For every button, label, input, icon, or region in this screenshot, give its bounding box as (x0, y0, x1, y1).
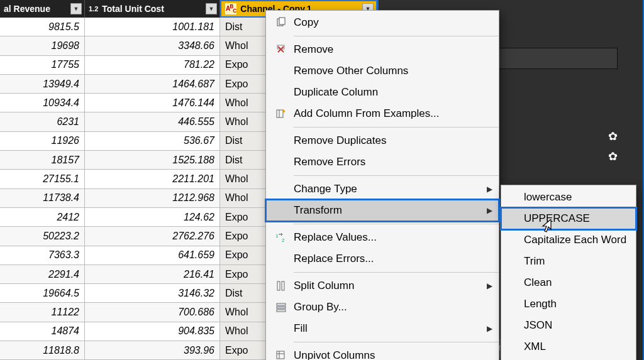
menu-item-unpivot-columns[interactable]: Unpivot Columns (266, 345, 499, 360)
cell-rev: 18157 (0, 151, 85, 169)
svg-rect-1 (279, 18, 285, 25)
cell-rev: 11738.4 (0, 189, 85, 207)
submenu-item-uppercase[interactable]: UPPERCASE (501, 208, 636, 229)
cell-cost: 641.659 (85, 246, 220, 265)
submenu-item-xml[interactable]: XML (501, 336, 636, 357)
cell-cost: 1476.144 (85, 94, 220, 112)
cell-rev: 27155.1 (0, 170, 85, 188)
separator (294, 272, 499, 273)
menu-item-label: Copy (290, 16, 492, 29)
dropdown-icon[interactable]: ▼ (206, 3, 217, 14)
submenu-item-trim[interactable]: Trim (501, 251, 636, 272)
cell-rev: 11122 (0, 303, 85, 321)
cell-rev: 7363.3 (0, 246, 85, 265)
cell-rev: 50223.2 (0, 227, 85, 245)
svg-rect-14 (277, 351, 284, 359)
menu-item-copy[interactable]: Copy (266, 12, 499, 33)
cell-cost: 1001.181 (85, 18, 220, 36)
cell-rev: 10934.4 (0, 94, 85, 112)
cell-rev: 11926 (0, 132, 85, 150)
menu-item-label: Split Column (290, 280, 487, 292)
copy-icon (272, 17, 290, 28)
menu-item-split-column[interactable]: Split Column▶ (266, 275, 499, 297)
gear-icon[interactable]: ✿ (608, 150, 618, 163)
menu-item-duplicate-column[interactable]: Duplicate Column (266, 82, 499, 103)
menu-item-label: Unpivot Columns (290, 349, 492, 360)
add-column-icon (272, 108, 290, 119)
cell-rev: 19698 (0, 36, 85, 55)
cell-cost: 781.22 (85, 56, 220, 74)
cell-cost: 216.41 (85, 265, 220, 283)
svg-rect-13 (277, 310, 286, 312)
menu-item-transform[interactable]: Transform▶ (266, 200, 499, 221)
submenu-item-label: lowercase (520, 191, 630, 204)
menu-item-label: Transform (290, 204, 487, 217)
cell-cost: 1212.968 (85, 189, 220, 207)
menu-item-label: Fill (290, 322, 487, 335)
menu-item-label: Replace Values... (290, 231, 492, 244)
cell-cost: 904.835 (85, 322, 220, 341)
menu-item-label: Add Column From Examples... (290, 107, 492, 120)
submenu-item-label: Clean (520, 276, 630, 289)
cell-rev: 2291.4 (0, 265, 85, 283)
gear-icon[interactable]: ✿ (608, 129, 618, 143)
menu-item-label: Remove Duplicates (290, 134, 492, 147)
menu-item-remove[interactable]: Remove (266, 39, 499, 60)
submenu-item-label: Trim (520, 255, 630, 268)
submenu-item-label: Capitalize Each Word (520, 234, 630, 246)
cell-cost: 124.62 (85, 208, 220, 226)
column-header-cost[interactable]: 1.2 Total Unit Cost ▼ (85, 0, 220, 18)
cell-rev: 2412 (0, 208, 85, 226)
chevron-right-icon: ▶ (487, 281, 492, 290)
menu-item-replace-values[interactable]: 12Replace Values... (266, 227, 499, 248)
submenu-item-capitalize-each-word[interactable]: Capitalize Each Word (501, 229, 636, 251)
cell-cost: 1464.687 (85, 75, 220, 93)
split-icon (272, 280, 290, 292)
unpivot-icon (272, 350, 290, 360)
svg-rect-11 (277, 303, 286, 305)
menu-item-remove-errors[interactable]: Remove Errors (266, 151, 499, 173)
cell-cost: 3348.66 (85, 36, 220, 55)
column-label: al Revenue (4, 4, 50, 14)
dropdown-icon[interactable]: ▼ (70, 3, 82, 14)
svg-text:2: 2 (282, 237, 285, 243)
column-label: Total Unit Cost (102, 4, 164, 14)
menu-item-group-by[interactable]: Group By... (266, 297, 499, 318)
menu-item-change-type[interactable]: Change Type▶ (266, 178, 499, 200)
svg-rect-12 (277, 307, 286, 308)
cell-rev: 9815.5 (0, 18, 85, 36)
menu-item-remove-other-columns[interactable]: Remove Other Columns (266, 60, 499, 82)
submenu-item-clean[interactable]: Clean (501, 272, 636, 293)
chevron-right-icon: ▶ (487, 185, 492, 194)
submenu-item-label: JSON (520, 319, 630, 332)
cell-cost: 1525.188 (85, 151, 220, 169)
separator (294, 224, 499, 224)
column-header-revenue[interactable]: al Revenue ▼ (0, 0, 85, 18)
menu-item-label: Remove Other Columns (290, 65, 492, 77)
separator (294, 127, 499, 128)
menu-item-label: Remove Errors (290, 156, 492, 168)
menu-item-add-column-from-examples[interactable]: Add Column From Examples... (266, 103, 499, 124)
type-badge-decimal: 1.2 (89, 5, 98, 13)
chevron-right-icon: ▶ (487, 324, 492, 333)
submenu-item-lowercase[interactable]: lowercase (501, 187, 636, 208)
menu-item-label: Change Type (290, 183, 487, 195)
cell-cost: 446.555 (85, 112, 220, 131)
menu-item-fill[interactable]: Fill▶ (266, 318, 499, 339)
panel-field[interactable] (486, 48, 618, 69)
remove-icon (272, 44, 290, 55)
submenu-item-length[interactable]: Length (501, 293, 636, 315)
submenu-item-json[interactable]: JSON (501, 315, 636, 336)
type-badge-text: ABC (225, 3, 236, 14)
cell-cost: 3146.32 (85, 284, 220, 302)
cell-cost: 536.67 (85, 132, 220, 150)
cell-rev: 13949.4 (0, 75, 85, 93)
cell-rev: 6231 (0, 112, 85, 131)
menu-item-remove-duplicates[interactable]: Remove Duplicates (266, 130, 499, 151)
cell-rev: 11818.8 (0, 341, 85, 359)
menu-item-replace-errors[interactable]: Replace Errors... (266, 248, 499, 270)
cell-cost: 700.686 (85, 303, 220, 321)
replace-icon: 12 (272, 232, 290, 243)
menu-item-label: Duplicate Column (290, 86, 492, 99)
svg-rect-10 (282, 281, 284, 290)
